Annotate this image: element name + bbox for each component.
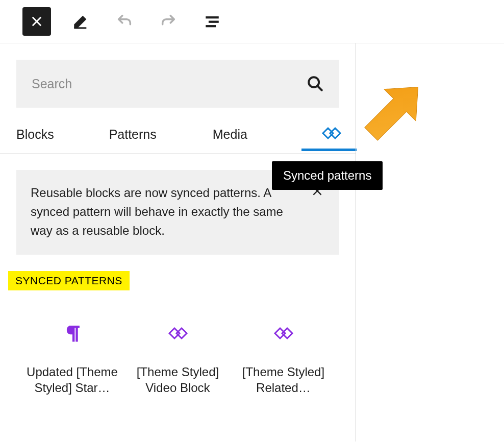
pilcrow-icon: [62, 318, 82, 349]
notice-text: Reusable blocks are now synced patterns.…: [31, 183, 299, 240]
pattern-item-1[interactable]: [Theme Styled] Video Block: [125, 318, 231, 396]
svg-rect-1: [206, 16, 219, 18]
tab-patterns[interactable]: Patterns: [109, 116, 157, 153]
pattern-label: Updated [Theme Styled] Star…: [23, 364, 120, 396]
redo-button[interactable]: [154, 7, 183, 36]
search-container: [16, 60, 339, 108]
outline-icon: [204, 13, 221, 30]
search-input[interactable]: [32, 77, 307, 91]
search-icon: [307, 75, 324, 92]
svg-rect-3: [206, 25, 216, 27]
edit-button[interactable]: [66, 7, 95, 36]
pattern-grid: Updated [Theme Styled] Star… [Theme Styl…: [16, 318, 339, 396]
inserter-panel-wrap: Blocks Patterns Media Reusable blocks ar…: [0, 43, 504, 441]
svg-line-5: [317, 86, 322, 90]
reusable-icon: [270, 318, 296, 349]
pattern-item-0[interactable]: Updated [Theme Styled] Star…: [19, 318, 125, 396]
pattern-label: [Theme Styled] Video Block: [129, 364, 226, 396]
tooltip-synced-patterns: Synced patterns: [272, 161, 383, 190]
inserter-tabs: Blocks Patterns Media: [0, 116, 356, 154]
tab-synced-patterns[interactable]: [301, 118, 357, 151]
svg-rect-0: [74, 27, 86, 29]
tab-blocks[interactable]: Blocks: [16, 116, 54, 153]
close-button[interactable]: [22, 7, 51, 36]
undo-icon: [116, 13, 133, 30]
tab-media[interactable]: Media: [213, 116, 247, 153]
section-heading-synced-patterns: SYNCED PATTERNS: [8, 271, 130, 290]
document-outline-button[interactable]: [198, 7, 226, 36]
close-icon: [30, 14, 44, 29]
inserter-panel: Blocks Patterns Media Reusable blocks ar…: [0, 43, 356, 396]
reusable-icon: [164, 318, 191, 349]
annotation-arrow: [342, 64, 444, 163]
pencil-icon: [72, 13, 89, 30]
panel-divider: [356, 43, 356, 441]
redo-icon: [160, 13, 177, 30]
pattern-label: [Theme Styled] Related…: [235, 364, 332, 396]
pattern-item-2[interactable]: [Theme Styled] Related…: [231, 318, 336, 396]
reusable-icon: [316, 124, 342, 142]
editor-toolbar: [0, 0, 504, 43]
svg-rect-2: [209, 21, 219, 23]
undo-button[interactable]: [110, 7, 139, 36]
